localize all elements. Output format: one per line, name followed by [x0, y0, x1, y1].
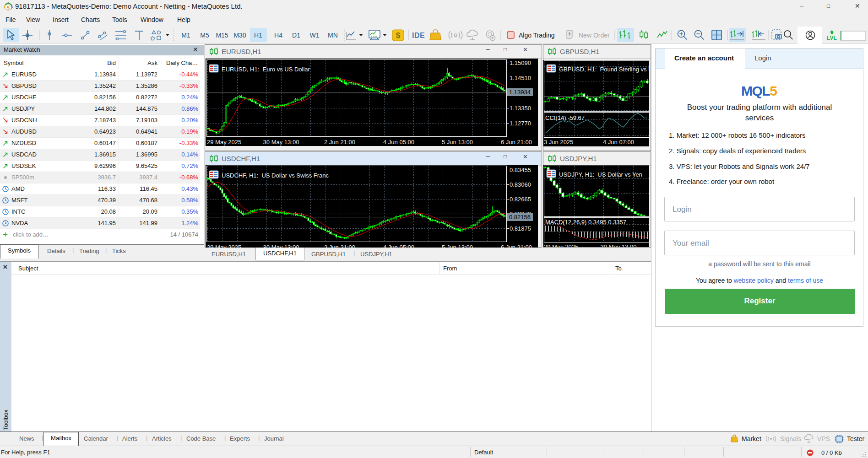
svg-text:6 Jun 21:00: 6 Jun 21:00 [501, 244, 532, 248]
svg-text:USDCHF, H1: US Dollar vs Swis: USDCHF, H1: US Dollar vs Swiss Franc [222, 172, 329, 179]
svg-text:1.13934: 1.13934 [509, 89, 531, 96]
svg-text:MN: MN [328, 32, 338, 39]
svg-text:$: $ [396, 31, 401, 40]
svg-text:4 Jun 05:00: 4 Jun 05:00 [383, 244, 414, 248]
svg-text:Signals: Signals [780, 435, 801, 442]
svg-text:30 May 13:00: 30 May 13:00 [263, 244, 299, 248]
svg-text:5 Jun 13:00: 5 Jun 13:00 [442, 244, 473, 248]
svg-text:29 May 2025: 29 May 2025 [544, 243, 578, 247]
svg-text:Market: Market [742, 435, 761, 442]
svg-text:2 Jun 21:00: 2 Jun 21:00 [324, 244, 355, 248]
svg-text:0.82156: 0.82156 [509, 214, 531, 221]
svg-text:4 Jun 07:00: 4 Jun 07:00 [603, 139, 634, 145]
svg-text:29 May 2025: 29 May 2025 [207, 139, 241, 145]
svg-text:6 Jun 21:00: 6 Jun 21:00 [501, 139, 532, 145]
svg-text:1.13350: 1.13350 [510, 105, 531, 112]
svg-text:5 Jun 13:00: 5 Jun 13:00 [442, 139, 473, 145]
svg-text:H4: H4 [274, 32, 282, 39]
svg-text:Algo Trading: Algo Trading [519, 32, 555, 39]
svg-text:1.14510: 1.14510 [510, 75, 531, 81]
svg-text:1.12770: 1.12770 [510, 120, 531, 127]
svg-text:LVL: LVL [827, 35, 837, 41]
svg-text:USDJPY, H1: US Dollar vs Yen: USDJPY, H1: US Dollar vs Yen [559, 171, 642, 178]
svg-text:30 May 13:00: 30 May 13:00 [263, 139, 299, 145]
svg-text:IDE: IDE [412, 32, 425, 39]
svg-text:VPS: VPS [817, 435, 830, 442]
svg-text:2 Jun 21:00: 2 Jun 21:00 [324, 139, 355, 145]
svg-text:1.15090: 1.15090 [510, 59, 531, 66]
svg-text:3 Jun 2025: 3 Jun 2025 [544, 139, 573, 145]
svg-text:30 May 13:00: 30 May 13:00 [601, 243, 637, 247]
svg-text:Tester: Tester [847, 435, 864, 442]
svg-text:CCI(14) -59.67: CCI(14) -59.67 [545, 114, 585, 121]
svg-text:0.83455: 0.83455 [510, 167, 531, 173]
svg-text:M1: M1 [181, 32, 190, 39]
svg-text:4 Jun 05:00: 4 Jun 05:00 [383, 139, 414, 145]
svg-text:0.81875: 0.81875 [510, 225, 531, 232]
svg-text:MACD(12,26,9) 0.3495 0.3357: MACD(12,26,9) 0.3495 0.3357 [545, 219, 626, 226]
svg-text:GBPUSD, H1: Pound Sterling vs: GBPUSD, H1: Pound Sterling vs US [559, 66, 649, 73]
svg-text:0.82665: 0.82665 [510, 196, 531, 203]
svg-text:5: 5 [7, 5, 10, 11]
svg-text:0.83060: 0.83060 [510, 181, 531, 188]
svg-text:H1: H1 [254, 32, 262, 39]
svg-text:New Order: New Order [579, 32, 610, 39]
svg-text:EURUSD, H1: Euro vs US Dollar: EURUSD, H1: Euro vs US Dollar [222, 66, 310, 73]
svg-text:D1: D1 [292, 32, 300, 39]
svg-text:M15: M15 [216, 32, 228, 39]
svg-text:29 May 2025: 29 May 2025 [207, 244, 241, 248]
svg-text:W1: W1 [310, 32, 320, 39]
svg-text:M30: M30 [233, 32, 246, 39]
svg-text:M5: M5 [200, 32, 209, 39]
